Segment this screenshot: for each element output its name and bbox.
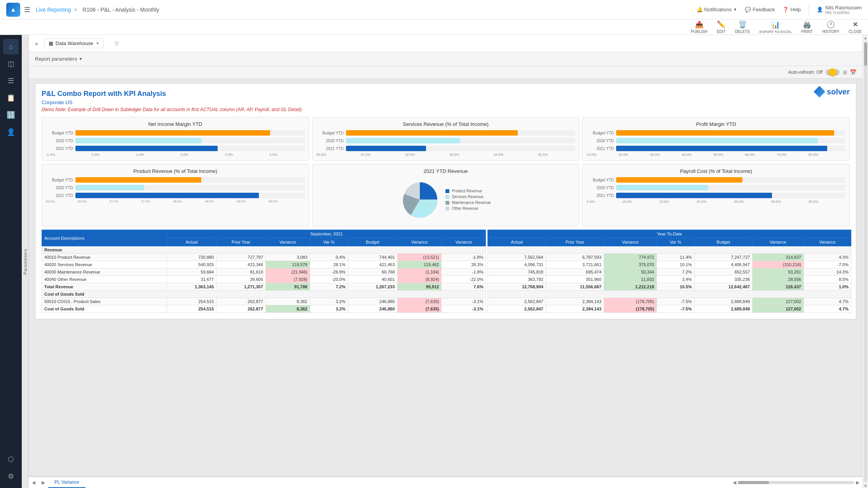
table-row[interactable]: 40020 Services Revenue 540,925 422,346 1… xyxy=(42,261,486,268)
edit-icon: ✏️ xyxy=(717,20,725,29)
warehouse-chevron-icon: ▼ xyxy=(96,41,100,45)
sidebar-item-users[interactable]: 👤 xyxy=(3,124,19,140)
tab-pl-variance[interactable]: PL Variance xyxy=(48,477,86,488)
auto-refresh-toggle[interactable] xyxy=(826,69,840,75)
ytd-col-variance3: Variance xyxy=(803,238,851,246)
history-button[interactable]: 🕐 HISTORY xyxy=(822,20,839,34)
grid-icon[interactable]: ⊞ xyxy=(843,69,847,75)
close-button[interactable]: ✕ CLOSE xyxy=(849,20,862,34)
table-sep2021: Account Descriptions September, 2021 Act… xyxy=(42,230,486,313)
hamburger-icon[interactable]: ☰ xyxy=(24,5,30,14)
v-scrollbar[interactable]: ▲ ▼ xyxy=(863,35,868,488)
breadcrumb-live-reporting[interactable]: Live Reporting xyxy=(36,7,71,13)
table-row: Revenue xyxy=(42,246,486,254)
solver-logo: solver xyxy=(814,86,850,98)
print-label: PRINT xyxy=(801,30,813,34)
table-row[interactable]: 7,562,564 6,787,593 774,972 11.4% 7,247,… xyxy=(488,254,851,261)
pie-legend: Product Revenue Services Revenue Mainten… xyxy=(445,189,491,211)
v-scrollbar-thumb[interactable] xyxy=(864,42,867,66)
bar-chart-profit: Budget YTD 2020 YTD 2021 YTD xyxy=(587,130,845,151)
table-row-total-revenue: Total Revenue 1,363,145 1,271,357 91,788… xyxy=(42,283,486,291)
print-button[interactable]: 🖨️ PRINT xyxy=(801,20,813,34)
col-header-sep2021: September, 2021 xyxy=(167,230,486,238)
user-info[interactable]: 👤 Nils Rasmussen Nils CorpDilso xyxy=(817,5,862,15)
ytd-col-budget: Budget xyxy=(694,238,752,246)
kpi-title-services: Services Revenue (% of Total Income) xyxy=(316,121,575,127)
col-variance2: Variance xyxy=(397,238,442,246)
kpi-charts-grid: Net Income Margin YTD Budget YTD 2020 YT… xyxy=(42,117,850,227)
expand-icon[interactable]: » xyxy=(35,40,38,47)
sidebar-item-tasks[interactable]: 📋 xyxy=(3,90,19,106)
table-row[interactable]: 745,818 695,474 50,344 7.2% 652,557 93,2… xyxy=(488,268,851,276)
table-row[interactable]: 363,792 351,960 11,832 3.4% 335,236 28,5… xyxy=(488,276,851,283)
scroll-prev-icon[interactable]: ◀ xyxy=(733,480,736,485)
table-row[interactable]: 40010 Product Revenue 730,880 727,797 3,… xyxy=(42,254,486,261)
v-scroll-down-icon[interactable]: ▼ xyxy=(864,484,868,488)
scroll-left-icon[interactable]: ◀ xyxy=(29,480,38,485)
v-scrollbar-track[interactable] xyxy=(864,42,867,482)
sidebar-item-settings[interactable]: ⚙ xyxy=(3,469,19,484)
edit-label: EDIT xyxy=(717,30,726,34)
ytd-table: Year-To-Date Actual Prior Year Variance … xyxy=(487,230,851,313)
col-header-desc: Account Descriptions xyxy=(42,230,167,246)
h-scrollbar-thumb[interactable] xyxy=(738,481,769,484)
h-scrollbar-track[interactable] xyxy=(738,481,854,484)
col-header-ytd: Year-To-Date xyxy=(488,230,851,238)
sidebar-item-home[interactable]: ⌂ xyxy=(3,39,19,54)
table-row-ytd-total-revenue: 12,768,904 11,556,687 1,212,218 10.5% 12… xyxy=(488,283,851,291)
warehouse-button[interactable]: ▦ Data Warehouse ▼ xyxy=(44,38,104,48)
table-row[interactable]: 50010 COGS - Product Sales 254,515 262,8… xyxy=(42,298,486,305)
content-area: » ▦ Data Warehouse ▼ ▽ Report parameters… xyxy=(29,35,863,488)
toggle-knob xyxy=(829,68,837,76)
table-row-total-cogs: Cost of Goods Sold 254,515 262,877 8,362… xyxy=(42,305,486,313)
kpi-title-ytd: 2021 YTD Revenue xyxy=(316,168,575,174)
report-title: P&L Combo Report with KPI Analysis xyxy=(42,90,850,98)
help-label: Help xyxy=(790,7,801,12)
report-card: P&L Combo Report with KPI Analysis Corpo… xyxy=(35,83,856,319)
notifications-button[interactable]: 🔔 Notifications ▼ xyxy=(697,7,737,12)
history-label: HISTORY xyxy=(822,30,839,34)
sidebar-item-data[interactable]: 🔢 xyxy=(3,107,19,123)
table-row[interactable]: 40030 Maintenance Revenue 59,664 81,610 … xyxy=(42,268,486,276)
second-toolbar: 📤 PUBLISH ✏️ EDIT 🗑️ DELETE 📊 EXPORT TO … xyxy=(0,19,868,35)
filter-icon[interactable]: ▽ xyxy=(115,40,119,47)
col-budget: Budget xyxy=(348,238,397,246)
publish-button[interactable]: 📤 PUBLISH xyxy=(691,20,707,34)
calendar-icon[interactable]: 📅 xyxy=(850,69,856,75)
ytd-col-actual: Actual xyxy=(488,238,546,246)
report-wrapper: P&L Combo Report with KPI Analysis Corpo… xyxy=(35,83,856,319)
params-label: Parameters xyxy=(23,249,28,275)
export-label: EXPORT TO EXCEL xyxy=(760,30,792,34)
scroll-controls: ◀ ▶ xyxy=(730,480,863,485)
kpi-chart-profit-margin: Profit Margin YTD Budget YTD 2020 YTD 20… xyxy=(582,117,850,161)
col-variance3: Variance xyxy=(442,238,486,246)
export-button[interactable]: 📊 EXPORT TO EXCEL xyxy=(760,21,792,34)
bottom-bar: ◀ ▶ PL Variance ◀ ▶ xyxy=(29,476,863,488)
main-layout: ⌂ ◫ ☰ 📋 🔢 👤 ⬡ ⚙ Parameters » ▦ Data Ware… xyxy=(0,35,868,488)
warehouse-icon: ▦ xyxy=(49,40,53,46)
ytd-col-prior: Prior Year xyxy=(546,238,604,246)
feedback-button[interactable]: 💬 Feedback xyxy=(745,7,775,12)
ytd-col-variance1: Variance xyxy=(604,238,657,246)
col-prior-year: Prior Year xyxy=(217,238,266,246)
scroll-right-icon[interactable]: ▶ xyxy=(38,480,48,485)
params-panel: Parameters xyxy=(22,35,29,488)
publish-label: PUBLISH xyxy=(691,30,707,34)
v-scroll-up-icon[interactable]: ▲ xyxy=(864,36,868,40)
sidebar-item-modules[interactable]: ⬡ xyxy=(3,451,19,467)
scroll-next-icon[interactable]: ▶ xyxy=(856,480,859,485)
kpi-title-product: Product Revenue (% of Total Income) xyxy=(46,168,305,174)
ytd-col-var-pct: Var % xyxy=(657,238,694,246)
close-icon: ✕ xyxy=(852,20,858,29)
edit-button[interactable]: ✏️ EDIT xyxy=(717,20,726,34)
refresh-icons: ⊞ 📅 xyxy=(843,69,856,75)
table-row[interactable]: 40040 Other Revenue 31,677 39,605 (7,928… xyxy=(42,276,486,283)
table-row[interactable]: 2,562,847 2,384,143 (178,705) -7.5% 2,68… xyxy=(488,298,851,305)
table-row[interactable]: 4,096,731 3,721,661 375,070 10.1% 4,406,… xyxy=(488,261,851,268)
report-params-button[interactable]: Report parameters ▼ xyxy=(35,56,82,62)
help-button[interactable]: ❓ Help xyxy=(782,7,801,12)
sidebar-item-reports[interactable]: ◫ xyxy=(3,56,19,71)
delete-button[interactable]: 🗑️ DELETE xyxy=(735,20,750,34)
kpi-title-net-income: Net Income Margin YTD xyxy=(46,121,305,127)
sidebar-item-list[interactable]: ☰ xyxy=(3,73,19,89)
